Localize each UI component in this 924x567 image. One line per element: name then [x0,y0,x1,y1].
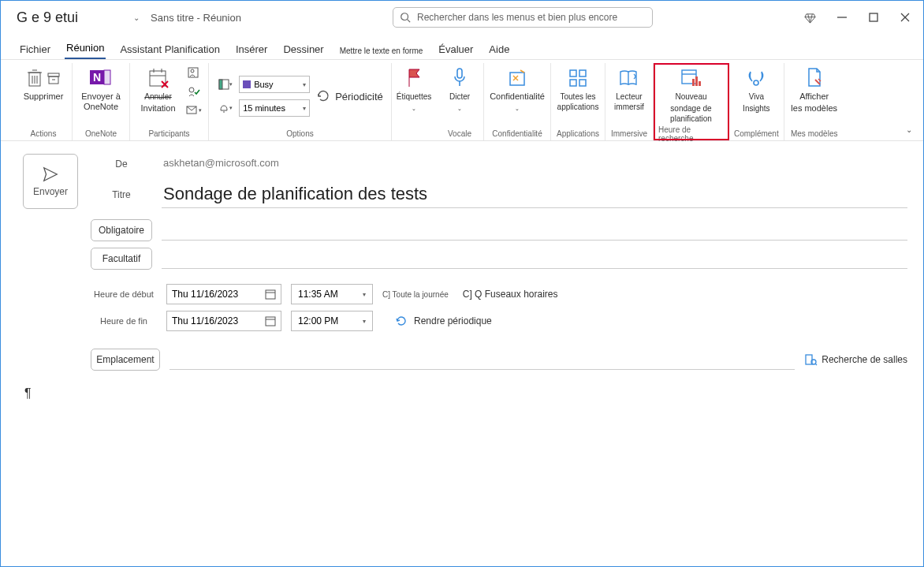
group-apps-label: Applications [557,128,599,140]
show-as-combo[interactable]: Busy ▾ [239,76,310,93]
tab-scheduling-assistant[interactable]: Assistant Planification [118,39,221,59]
location-button[interactable]: Emplacement [91,349,160,371]
calendar-icon [265,315,276,326]
svg-rect-17 [104,70,110,84]
room-finder-label: Recherche de salles [822,354,907,365]
viva-icon [746,69,766,88]
send-icon [42,166,59,183]
tab-review[interactable]: Évaluer [437,39,475,59]
calendar-chart-icon [680,67,703,89]
send-button[interactable]: Envoyer [23,154,78,209]
search-box[interactable]: Rechercher dans les menus et bien plus e… [393,7,653,28]
new-scheduling-poll-button[interactable]: Nouveau sondage de planification [656,65,727,124]
make-recurring-button[interactable]: Rendre périodique [395,315,492,327]
optional-button[interactable]: Facultatif [91,248,152,270]
group-find-time: Nouveau sondage de planification Heure d… [654,63,729,140]
svg-rect-47 [266,317,275,326]
response-options-button[interactable]: ▾ [185,103,203,118]
book-speaker-icon [618,68,640,88]
tags-label: Étiquettes [397,91,431,102]
svg-point-0 [401,13,408,21]
meeting-body-editor[interactable]: ¶ [1,371,923,416]
tab-insert[interactable]: Insérer [234,39,269,59]
start-time-value: 11:35 AM [298,289,338,300]
maximize-icon[interactable] [868,12,879,23]
start-time-picker[interactable]: 11:35 AM ▾ [291,284,373,304]
ribbon-collapse-chevron-icon[interactable]: ⌄ [906,125,912,134]
reminder-combo[interactable]: 15 minutes ▾ [239,99,310,117]
recurrence-button[interactable]: Périodicité [316,89,383,103]
required-input[interactable] [162,220,907,241]
templates-line2: les modèles [791,103,837,114]
tab-help[interactable]: Aide [487,39,511,59]
svg-rect-3 [870,13,877,21]
all-day-checkbox[interactable]: C] Toute la journée [382,290,449,299]
immersive-reader-button[interactable]: Lecteur immersif [610,65,648,112]
group-templates-label: Mes modèles [791,128,837,140]
tags-button[interactable]: Étiquettes ⌄ [395,65,433,114]
check-names-button[interactable] [185,84,203,99]
document-title: Sans titre - Réunion [151,12,241,24]
group-options-label: Options [286,128,313,140]
show-as-value: Busy [254,80,273,89]
premium-diamond-icon[interactable] [804,12,816,24]
confidentiality-button[interactable]: Confidentialité ⌄ [489,65,546,114]
tab-draw[interactable]: Dessiner [281,39,325,59]
start-date-value: Thu 11/16/2023 [172,289,238,300]
group-dictate-label: Vocale [448,128,471,140]
start-date-picker[interactable]: Thu 11/16/2023 [166,284,281,304]
required-button[interactable]: Obligatoire [91,219,152,241]
delete-label: Supprimer [24,91,64,102]
svg-point-26 [189,88,194,92]
from-label: De [91,159,152,170]
end-time-value: 12:00 PM [298,315,338,326]
svg-rect-37 [570,80,576,86]
qat-dropdown-icon[interactable]: ⌄ [133,13,140,22]
group-templates: Afficher les modèles Mes modèles [784,63,844,140]
minimize-icon[interactable] [836,12,848,23]
show-templates-button[interactable]: Afficher les modèles [789,65,840,114]
room-finder-icon [804,353,817,366]
dictate-button[interactable]: Dicter ⌄ [441,65,479,114]
timezones-checkbox[interactable]: C] Q Fuseaux horaires [463,289,558,300]
findtime-line1: Nouveau [675,91,706,102]
location-input[interactable] [170,349,795,370]
all-apps-button[interactable]: Toutes les applications [556,65,600,112]
tab-format-text[interactable]: Mettre le texte en forme [338,43,425,59]
cancel-invitation-button[interactable]: Annuler Annuler Invitation Invitation [136,65,181,114]
recurrence-label: Périodicité [335,91,383,103]
templates-line1: Afficher [799,91,829,102]
cancel-invite-label-visible: Invitation [140,103,175,114]
svg-rect-36 [579,70,586,76]
optional-input[interactable] [162,248,907,269]
flag-icon [405,68,423,88]
address-book-button[interactable] [185,65,203,80]
reminder-icon[interactable]: ▾ [217,100,234,116]
tab-file[interactable]: Fichier [18,39,52,59]
viva-insights-button[interactable]: Viva Insights [737,65,775,114]
trash-icon [26,68,43,88]
room-finder-button[interactable]: Recherche de salles [804,353,907,366]
recur-small-icon [395,315,408,327]
group-actions-label: Actions [31,128,57,140]
svg-point-44 [754,80,758,85]
send-to-onenote-button[interactable]: N Envoyer à OneNote [77,65,125,112]
svg-rect-41 [692,79,695,86]
end-time-picker[interactable]: 12:00 PM ▾ [291,311,373,331]
immersive-label: Lecteur immersif [610,91,648,112]
svg-rect-42 [695,76,698,86]
show-as-icon[interactable]: ▾ [217,76,234,92]
group-findtime-label: Heure de recherche [658,124,724,145]
tab-meeting[interactable]: Réunion [65,38,106,59]
title-bar: G e 9 etui ⌄ Sans titre - Réunion Recher… [1,1,923,34]
onenote-icon: N [89,66,113,90]
close-icon[interactable] [900,12,911,23]
group-immersive: Lecteur immersif Immersive [605,63,654,140]
apps-grid-icon [568,68,588,88]
delete-button[interactable]: Supprimer [20,65,67,102]
search-placeholder: Rechercher dans les menus et bien plus e… [417,12,617,23]
title-input[interactable]: Sondage de planification des tests [162,181,907,208]
end-date-picker[interactable]: Thu 11/16/2023 [166,311,281,331]
sensitivity-icon [507,68,527,88]
onenote-label: Envoyer à OneNote [77,91,125,112]
